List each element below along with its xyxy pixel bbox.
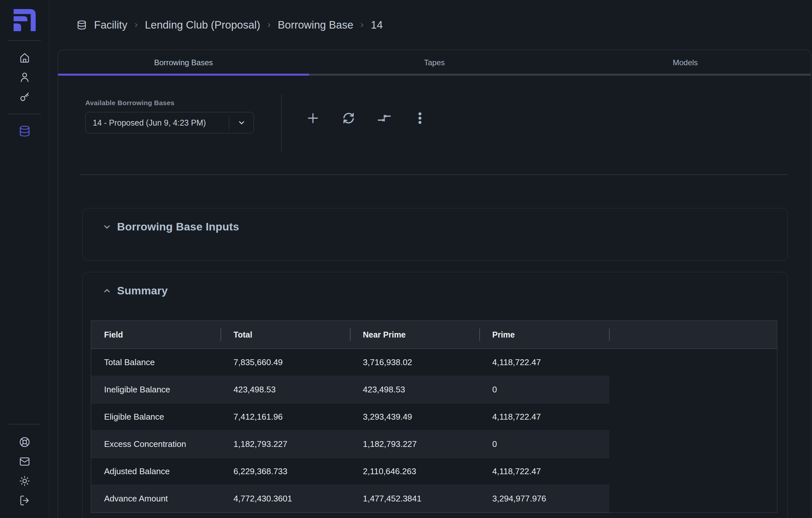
sun-icon xyxy=(19,475,30,487)
breadcrumb-item-id[interactable]: 14 xyxy=(371,19,383,31)
converge-button[interactable] xyxy=(377,111,392,125)
table-row: Excess Concentration 1,182,793.227 1,182… xyxy=(91,431,609,458)
chevron-down-icon xyxy=(237,118,246,127)
log-out-icon xyxy=(19,495,30,506)
cell-total: 7,835,660.49 xyxy=(221,357,350,367)
tab-borrowing-bases[interactable]: Borrowing Bases xyxy=(58,50,309,76)
cell-near-prime: 1,182,793.227 xyxy=(350,439,479,449)
cell-field: Eligible Balance xyxy=(91,412,221,422)
cell-field: Total Balance xyxy=(91,357,221,367)
cell-near-prime: 423,498.53 xyxy=(350,385,479,395)
toolbar: Available Borrowing Bases 14 - Proposed … xyxy=(58,76,811,152)
sidebar-item-logout[interactable] xyxy=(15,491,34,510)
cell-field: Excess Concentration xyxy=(91,439,221,449)
cell-prime: 4,118,722.47 xyxy=(479,412,609,422)
breadcrumb-item-borrowing-base[interactable]: Borrowing Base xyxy=(278,19,353,31)
cell-prime: 3,294,977.976 xyxy=(479,494,609,504)
column-header-prime: Prime xyxy=(479,321,609,349)
content-panel: Borrowing Bases Tapes Models Available B… xyxy=(58,50,811,518)
toolbar-divider xyxy=(80,174,788,175)
summary-table-header: Field Total Near Prime Prime xyxy=(91,321,777,349)
summary-table: Field Total Near Prime Prime Total Balan… xyxy=(91,320,777,513)
chevron-down-icon[interactable] xyxy=(102,222,112,232)
toolbar-vertical-divider xyxy=(281,94,282,152)
cell-total: 7,412,161.96 xyxy=(221,412,350,422)
table-row: Adjusted Balance 6,229,368.733 2,110,646… xyxy=(91,458,609,485)
column-header-empty xyxy=(609,321,777,349)
plus-icon xyxy=(306,111,320,125)
cell-prime: 4,118,722.47 xyxy=(479,466,609,476)
cell-total: 6,229,368.733 xyxy=(221,466,350,476)
sidebar-item-home[interactable] xyxy=(15,48,34,67)
select-caret xyxy=(229,116,254,130)
column-header-field: Field xyxy=(91,321,221,349)
summary-card: Summary Field Total Near Prime Prime Tot… xyxy=(82,272,788,518)
add-borrowing-base-button[interactable] xyxy=(306,111,320,125)
breadcrumb-item-facility-name[interactable]: Lending Club (Proposal) xyxy=(145,19,260,31)
cell-field: Advance Amount xyxy=(91,494,221,504)
app-root: Facility › Lending Club (Proposal) › Bor… xyxy=(0,0,812,518)
cell-total: 423,498.53 xyxy=(221,385,350,395)
breadcrumb-separator: › xyxy=(267,19,271,30)
kebab-menu-icon xyxy=(413,111,427,125)
borrowing-base-select[interactable]: 14 - Proposed (Jun 9, 4:23 PM) xyxy=(85,112,254,133)
section-title-inputs: Borrowing Base Inputs xyxy=(117,220,239,233)
sidebar-divider xyxy=(8,424,41,425)
sidebar-item-database[interactable] xyxy=(15,121,34,141)
brand-logo[interactable] xyxy=(13,9,36,31)
cell-near-prime: 3,716,938.02 xyxy=(350,357,479,367)
topbar: Facility › Lending Club (Proposal) › Bor… xyxy=(58,0,811,50)
cell-field: Ineligible Balance xyxy=(91,385,221,395)
more-options-button[interactable] xyxy=(413,111,427,125)
cell-total: 1,182,793.227 xyxy=(221,439,350,449)
key-icon xyxy=(19,91,30,103)
breadcrumb-separator: › xyxy=(135,19,138,30)
tab-models[interactable]: Models xyxy=(560,50,811,76)
column-header-total: Total xyxy=(221,321,350,349)
converge-arrows-icon xyxy=(377,111,392,125)
sidebar xyxy=(0,0,49,518)
summary-header[interactable]: Summary xyxy=(83,272,787,297)
toolbar-actions xyxy=(306,111,427,152)
cell-near-prime: 1,477,452.3841 xyxy=(350,494,479,504)
sidebar-divider xyxy=(8,114,41,114)
sidebar-item-keys[interactable] xyxy=(15,87,34,106)
table-row: Total Balance 7,835,660.49 3,716,938.02 … xyxy=(91,349,609,376)
life-buoy-icon xyxy=(19,436,30,448)
chevron-up-icon[interactable] xyxy=(102,286,112,296)
borrowing-base-inputs-header[interactable]: Borrowing Base Inputs xyxy=(83,208,787,233)
user-icon xyxy=(19,72,30,83)
available-borrowing-bases-label: Available Borrowing Bases xyxy=(85,99,281,107)
cell-prime: 0 xyxy=(479,385,609,395)
column-header-near-prime: Near Prime xyxy=(350,321,479,349)
cell-prime: 4,118,722.47 xyxy=(479,357,609,367)
table-row: Eligible Balance 7,412,161.96 3,293,439.… xyxy=(91,403,609,431)
section-title-summary: Summary xyxy=(117,284,168,297)
sidebar-item-theme-toggle[interactable] xyxy=(15,471,34,491)
cell-field: Adjusted Balance xyxy=(91,466,221,476)
cell-total: 4,772,430.3601 xyxy=(221,494,350,504)
borrowing-base-inputs-card: Borrowing Base Inputs xyxy=(82,208,788,261)
cell-prime: 0 xyxy=(479,439,609,449)
home-icon xyxy=(19,52,30,64)
mail-icon xyxy=(19,456,30,467)
cell-near-prime: 3,293,439.49 xyxy=(350,412,479,422)
table-row: Ineligible Balance 423,498.53 423,498.53… xyxy=(91,376,609,403)
sidebar-item-help[interactable] xyxy=(15,432,34,452)
breadcrumb-separator: › xyxy=(360,19,364,30)
breadcrumb-item-facility[interactable]: Facility xyxy=(94,19,127,31)
refresh-icon xyxy=(342,111,356,125)
borrowing-base-select-value: 14 - Proposed (Jun 9, 4:23 PM) xyxy=(93,118,229,128)
sidebar-item-user[interactable] xyxy=(15,67,34,87)
tab-bar: Borrowing Bases Tapes Models xyxy=(58,50,811,76)
brand-logo-icon xyxy=(13,9,36,31)
refresh-button[interactable] xyxy=(342,111,356,125)
main-area: Facility › Lending Club (Proposal) › Bor… xyxy=(49,0,812,518)
database-icon xyxy=(77,20,87,30)
cell-near-prime: 2,110,646.263 xyxy=(350,466,479,476)
table-row: Advance Amount 4,772,430.3601 1,477,452.… xyxy=(91,485,609,513)
database-icon xyxy=(19,125,30,137)
summary-table-body: Total Balance 7,835,660.49 3,716,938.02 … xyxy=(91,349,609,513)
tab-tapes[interactable]: Tapes xyxy=(309,50,560,76)
sidebar-item-messages[interactable] xyxy=(15,452,34,471)
